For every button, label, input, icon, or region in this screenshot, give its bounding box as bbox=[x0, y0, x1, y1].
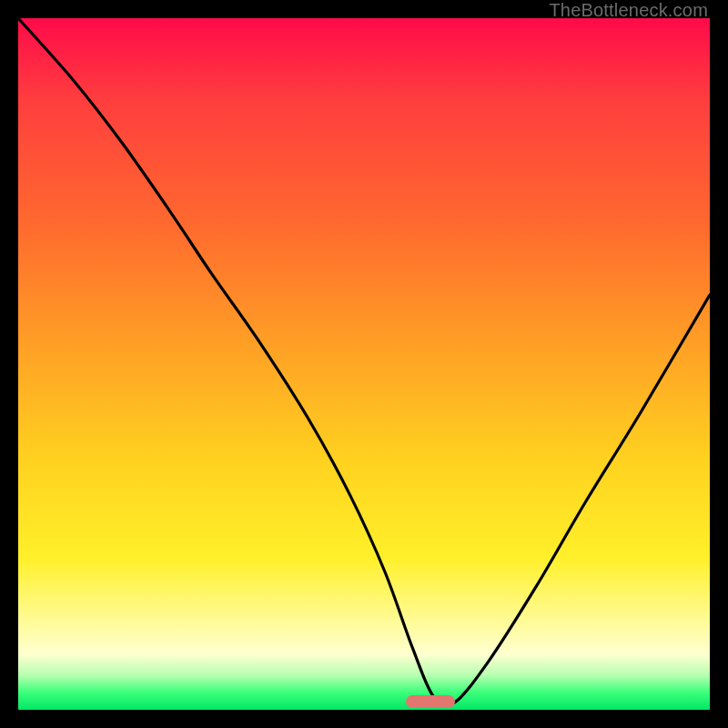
optimal-range-marker bbox=[406, 695, 455, 708]
bottleneck-curve bbox=[18, 18, 710, 710]
watermark-text: TheBottleneck.com bbox=[549, 0, 708, 21]
chart-frame: TheBottleneck.com bbox=[0, 0, 728, 728]
